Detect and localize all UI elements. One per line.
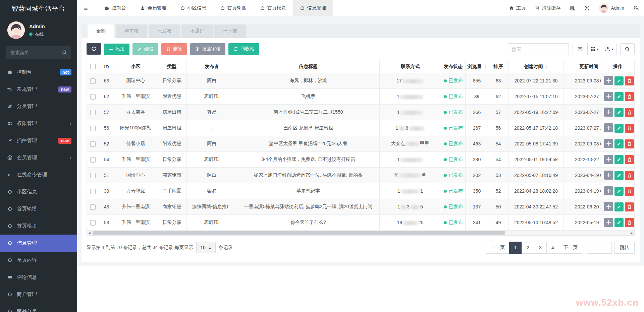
row-checkbox[interactable]: [90, 189, 96, 194]
sidebar-item[interactable]: 分类管理: [0, 98, 77, 115]
delete-button[interactable]: 删除: [161, 43, 187, 55]
delete-button[interactable]: [625, 187, 634, 196]
jump-input[interactable]: [587, 242, 612, 254]
page-button[interactable]: 3: [534, 242, 547, 254]
prev-page-button[interactable]: 上一页: [486, 242, 509, 254]
row-checkbox[interactable]: [90, 204, 96, 210]
next-page-button[interactable]: 下一页: [559, 242, 582, 254]
edit-button[interactable]: [614, 108, 624, 117]
topnav-item[interactable]: 小区信息: [173, 0, 213, 16]
row-checkbox[interactable]: [90, 78, 96, 84]
move-button[interactable]: [604, 76, 613, 85]
sidebar-item[interactable]: 单页内容: [0, 252, 77, 269]
row-checkbox[interactable]: [90, 126, 96, 131]
home-link[interactable]: 主页: [504, 0, 530, 16]
move-button[interactable]: [604, 108, 613, 117]
scroll-right-arrow-icon[interactable]: ▶: [629, 231, 634, 235]
edit-button[interactable]: 编辑: [132, 43, 158, 55]
sidebar-item[interactable]: 权限管理‹: [0, 115, 77, 132]
page-size-select[interactable]: 10 ▲: [196, 242, 215, 253]
move-button[interactable]: [604, 171, 613, 180]
sidebar-item[interactable]: 商户管理: [0, 286, 77, 303]
move-button[interactable]: [604, 186, 613, 195]
sidebar-item[interactable]: 常规管理new: [0, 81, 77, 98]
edit-button[interactable]: [614, 202, 624, 211]
horizontal-scrollbar[interactable]: ◀ ▶: [87, 231, 635, 236]
column-header[interactable]: 浏览量▲▼: [466, 60, 488, 73]
jump-button[interactable]: 跳转: [614, 242, 635, 254]
sidebar-item[interactable]: 小区信息: [0, 183, 77, 200]
sidebar-item[interactable]: >_在线命令管理: [0, 166, 77, 183]
table-search-input[interactable]: [508, 43, 569, 55]
delete-button[interactable]: [625, 108, 634, 117]
detail-view-button[interactable]: [573, 43, 587, 55]
filter-tab[interactable]: 全部: [88, 24, 114, 38]
scrollbar-thumb[interactable]: [93, 231, 505, 235]
edit-button[interactable]: [614, 171, 624, 180]
move-button[interactable]: [604, 155, 613, 164]
topnav-item[interactable]: 会员管理: [133, 0, 173, 16]
row-checkbox[interactable]: [90, 220, 96, 226]
sidebar-item[interactable]: 商品分类: [0, 303, 77, 312]
add-button[interactable]: 添加: [104, 44, 129, 55]
delete-button[interactable]: [625, 92, 634, 101]
user-menu[interactable]: Admin: [594, 0, 629, 16]
edit-button[interactable]: [614, 155, 624, 164]
filter-tab[interactable]: 待审核: [116, 24, 147, 38]
move-button[interactable]: [604, 123, 613, 132]
filter-tab[interactable]: 已下架: [214, 24, 246, 38]
clear-cache-button[interactable]: 清除缓存: [530, 0, 565, 16]
edit-button[interactable]: [614, 187, 624, 196]
recycle-bin-button[interactable]: 回收站: [228, 43, 259, 55]
delete-button[interactable]: [625, 171, 634, 180]
delete-button[interactable]: [625, 218, 634, 227]
language-button[interactable]: [565, 0, 580, 16]
delete-button[interactable]: [625, 139, 634, 148]
search-button[interactable]: [620, 43, 635, 55]
page-button[interactable]: 4: [546, 242, 559, 254]
delete-button[interactable]: [625, 155, 634, 164]
delete-button[interactable]: [625, 124, 634, 133]
sidebar-item[interactable]: 会员管理‹: [0, 149, 77, 166]
edit-button[interactable]: [614, 218, 624, 227]
columns-button[interactable]: ▾: [587, 43, 602, 55]
column-header[interactable]: 创建时间▲▼: [508, 60, 564, 73]
row-checkbox[interactable]: [90, 173, 96, 178]
edit-button[interactable]: [614, 76, 624, 85]
settings-button[interactable]: [629, 0, 644, 16]
move-button[interactable]: [604, 92, 613, 101]
row-checkbox[interactable]: [90, 157, 96, 163]
edit-button[interactable]: [614, 92, 624, 101]
page-button[interactable]: 2: [522, 242, 534, 254]
edit-button[interactable]: [614, 124, 624, 133]
fullscreen-button[interactable]: [580, 0, 594, 16]
sidebar-item[interactable]: 评论信息: [0, 269, 77, 286]
filter-tab[interactable]: 不通过: [181, 24, 213, 38]
topnav-item[interactable]: 信息管理: [293, 0, 333, 16]
move-button[interactable]: [604, 202, 613, 211]
sidebar-item[interactable]: 信息管理: [0, 235, 77, 252]
row-checkbox[interactable]: [90, 94, 96, 100]
move-button[interactable]: [604, 218, 613, 227]
sort-icon[interactable]: ▲▼: [484, 65, 487, 69]
sidebar-search-input[interactable]: [6, 46, 71, 59]
topnav-item[interactable]: 控制台: [97, 0, 133, 16]
export-button[interactable]: ▾: [602, 43, 616, 55]
filter-tab[interactable]: 已发布: [149, 24, 180, 38]
sidebar-item[interactable]: 首页轮播: [0, 200, 77, 217]
batch-audit-button[interactable]: 批量审核: [190, 43, 225, 55]
sidebar-toggle-button[interactable]: ≡: [77, 0, 95, 16]
edit-button[interactable]: [614, 139, 624, 148]
row-checkbox[interactable]: [90, 141, 96, 147]
refresh-button[interactable]: [87, 43, 101, 55]
page-button[interactable]: 1: [509, 242, 522, 254]
row-checkbox[interactable]: [90, 110, 96, 115]
delete-button[interactable]: [625, 202, 634, 211]
delete-button[interactable]: [625, 76, 634, 85]
topnav-item[interactable]: 首页模块: [253, 0, 293, 16]
topnav-item[interactable]: 首页轮播: [213, 0, 253, 16]
sidebar-item[interactable]: 插件管理new: [0, 132, 77, 149]
sidebar-item[interactable]: 首页模块: [0, 217, 77, 235]
move-button[interactable]: [604, 139, 613, 148]
sort-icon[interactable]: ▲▼: [546, 65, 548, 69]
